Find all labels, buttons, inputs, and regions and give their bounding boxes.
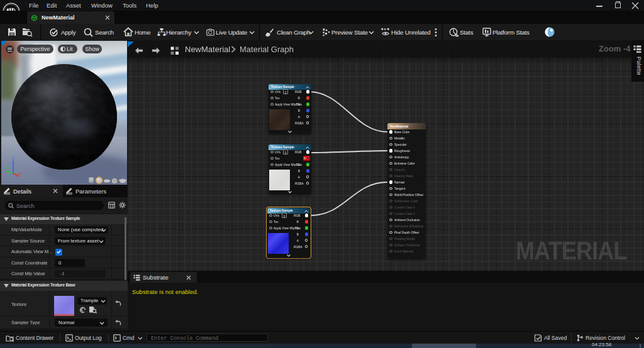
svg-text:Y: Y bbox=[5, 165, 8, 170]
svg-text:Z: Z bbox=[12, 156, 15, 161]
svg-text:X: X bbox=[18, 171, 21, 176]
